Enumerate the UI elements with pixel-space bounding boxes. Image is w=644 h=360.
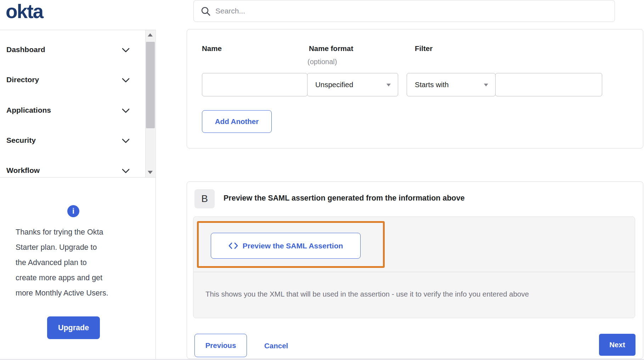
sidebar-item-security[interactable]: Security bbox=[0, 131, 144, 150]
name-format-column-label: Name format bbox=[309, 44, 353, 53]
sidebar-item-label: Dashboard bbox=[6, 45, 45, 54]
cancel-link[interactable]: Cancel bbox=[264, 341, 288, 351]
dropdown-caret-icon bbox=[484, 84, 488, 86]
sidebar-item-directory[interactable]: Directory bbox=[0, 70, 144, 89]
preview-panel: Preview the SAML Assertion This shows yo… bbox=[193, 216, 635, 318]
filter-column-label: Filter bbox=[415, 44, 433, 53]
chevron-down-icon bbox=[122, 108, 130, 113]
upsell-line: Thanks for trying the Okta bbox=[16, 225, 136, 240]
sidebar-item-label: Security bbox=[6, 136, 36, 145]
scroll-up-button[interactable] bbox=[146, 31, 155, 39]
arrow-down-icon bbox=[148, 171, 153, 174]
sidebar-item-label: Directory bbox=[6, 75, 39, 84]
search-input[interactable] bbox=[215, 7, 598, 15]
info-icon: i bbox=[67, 205, 79, 217]
code-icon bbox=[228, 242, 238, 249]
step-b-badge: B bbox=[194, 189, 215, 208]
scroll-down-button[interactable] bbox=[146, 168, 155, 176]
sidebar-item-workflow[interactable]: Workflow bbox=[0, 161, 144, 180]
filter-operator-value: Starts with bbox=[415, 80, 449, 89]
global-search[interactable] bbox=[193, 0, 615, 22]
okta-logo: okta bbox=[6, 0, 43, 23]
optional-hint: (optional) bbox=[307, 58, 337, 66]
arrow-up-icon bbox=[148, 33, 153, 36]
dropdown-caret-icon bbox=[386, 84, 391, 86]
sidebar-nav: Dashboard Directory Applications Securit… bbox=[0, 30, 156, 178]
sidebar-item-applications[interactable]: Applications bbox=[0, 101, 144, 120]
name-format-select[interactable]: Unspecified bbox=[307, 73, 398, 96]
next-button[interactable]: Next bbox=[599, 334, 635, 356]
scrollbar-thumb[interactable] bbox=[146, 42, 155, 128]
sidebar-item-dashboard[interactable]: Dashboard bbox=[0, 40, 144, 59]
sidebar-scrollbar[interactable] bbox=[145, 30, 155, 177]
chevron-down-icon bbox=[122, 169, 130, 173]
panel-divider bbox=[193, 272, 635, 272]
upsell-line: more Monthly Active Users. bbox=[16, 286, 136, 301]
sidebar-item-label: Applications bbox=[6, 106, 51, 114]
sidebar-item-label: Workflow bbox=[6, 166, 40, 175]
add-another-button[interactable]: Add Another bbox=[202, 110, 272, 133]
upgrade-button[interactable]: Upgrade bbox=[47, 316, 100, 339]
chevron-down-icon bbox=[122, 48, 130, 52]
preview-saml-assertion-button[interactable]: Preview the SAML Assertion bbox=[211, 233, 361, 259]
upsell-message: Thanks for trying the Okta Starter plan.… bbox=[16, 225, 136, 301]
upsell-line: create more apps and get bbox=[16, 270, 136, 286]
attribute-statements-card: Name Name format (optional) Filter Unspe… bbox=[187, 29, 643, 148]
filter-operator-select[interactable]: Starts with bbox=[407, 73, 496, 96]
upsell-line: the Advanced plan to bbox=[16, 255, 136, 270]
name-format-value: Unspecified bbox=[315, 80, 353, 89]
preview-button-label: Preview the SAML Assertion bbox=[243, 242, 343, 250]
name-column-label: Name bbox=[202, 44, 222, 53]
previous-button[interactable]: Previous bbox=[194, 334, 247, 357]
preview-description: This shows you the XML that will be used… bbox=[205, 290, 529, 298]
section-heading: Preview the SAML assertion generated fro… bbox=[224, 194, 465, 203]
filter-value-input[interactable] bbox=[495, 73, 602, 96]
sidebar-border bbox=[156, 30, 156, 360]
chevron-down-icon bbox=[122, 139, 130, 143]
upsell-line: Starter plan. Upgrade to bbox=[16, 240, 136, 255]
saml-preview-card: B Preview the SAML assertion generated f… bbox=[187, 181, 643, 359]
attribute-name-input[interactable] bbox=[202, 73, 307, 96]
search-icon bbox=[201, 6, 210, 16]
chevron-down-icon bbox=[122, 78, 130, 83]
